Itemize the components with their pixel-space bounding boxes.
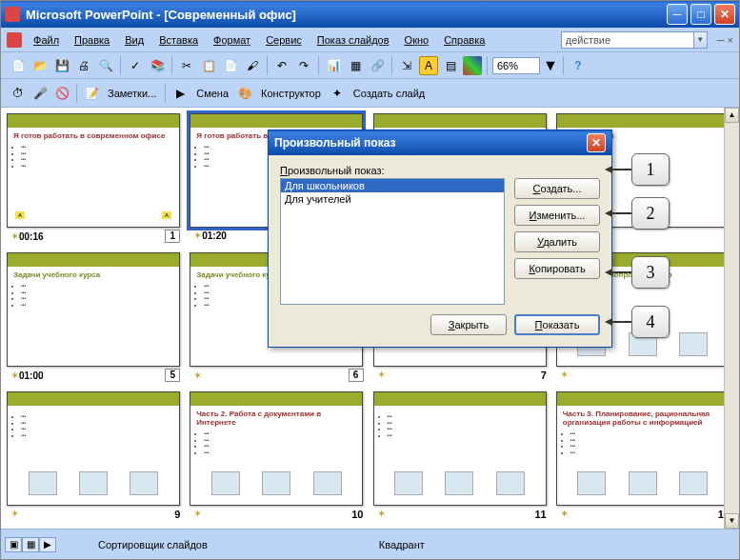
paste-icon[interactable]: 📄 <box>221 56 240 75</box>
save-icon[interactable]: 💾 <box>52 56 71 75</box>
slide-5[interactable]: Задачи учебного курса••••••••••••✶01:005 <box>7 252 184 384</box>
statusbar: ▣ ▦ ▶ Сортировщик слайдов Квадрант <box>1 529 739 559</box>
expand-icon[interactable]: ⇲ <box>397 56 416 75</box>
help-dropdown-icon[interactable]: ▼ <box>694 31 708 49</box>
design-button[interactable]: Конструктор <box>257 88 325 99</box>
callout-4: 4 <box>605 306 670 338</box>
dialog-close-button[interactable]: ✕ <box>587 133 606 152</box>
slideshow-view-button[interactable]: ▶ <box>39 537 56 552</box>
slide-11[interactable]: ••••••••••••✶11 <box>373 391 550 522</box>
new-slide-icon[interactable]: ✦ <box>328 84 347 103</box>
dialog-title: Произвольный показ <box>274 136 395 150</box>
show-button[interactable]: Показать <box>514 314 600 335</box>
slide-10[interactable]: Часть 2. Работа с документами в Интернет… <box>190 391 367 522</box>
hide-slide-icon[interactable]: 🚫 <box>52 84 71 103</box>
status-mode: Сортировщик слайдов <box>60 539 246 550</box>
dialog-list-label: ППроизвольный показ:роизвольный показ: <box>280 165 600 176</box>
new-slide-button[interactable]: Создать слайд <box>350 88 429 99</box>
menu-format[interactable]: Формат <box>206 31 258 49</box>
dialog-titlebar[interactable]: Произвольный показ ✕ <box>269 130 611 155</box>
help-search-input[interactable] <box>561 31 694 49</box>
normal-view-button[interactable]: ▣ <box>5 537 22 552</box>
toolbar-slides: ⏱ 🎤 🚫 📝 Заметки... ▶ Смена 🎨 Конструктор… <box>1 79 739 108</box>
color-icon[interactable] <box>463 56 482 75</box>
custom-shows-listbox[interactable]: Для школьниковДля учителей <box>280 178 505 305</box>
transition-indicator-icon: ✶ <box>377 369 386 381</box>
toolbar-main: 📄 📂 💾 🖨 🔍 ✓ 📚 ✂ 📋 📄 🖌 ↶ ↷ 📊 ▦ 🔗 ⇲ A ▤ ▼ … <box>1 52 739 79</box>
app-icon <box>5 7 20 22</box>
menu-view[interactable]: Вид <box>117 31 151 49</box>
transition-indicator-icon: ✶ <box>377 508 386 520</box>
slide-1[interactable]: Я готов работать в современном офисе••••… <box>7 113 184 245</box>
slide-12[interactable]: Часть 3. Планирование, рациональная орга… <box>556 391 733 522</box>
vertical-scrollbar[interactable]: ▲ ▼ <box>724 108 739 529</box>
chart-icon[interactable]: 📊 <box>324 56 343 75</box>
callout-3: 3 <box>605 256 670 289</box>
menu-tools[interactable]: Сервис <box>258 31 310 49</box>
rehearse-icon[interactable]: ⏱ <box>9 84 28 103</box>
scroll-down-icon[interactable]: ▼ <box>725 513 739 529</box>
menu-file[interactable]: Файл <box>26 31 67 49</box>
status-layout: Квадрант <box>341 539 463 550</box>
open-icon[interactable]: 📂 <box>30 56 50 75</box>
redo-icon[interactable]: ↷ <box>294 56 313 75</box>
design-icon[interactable]: 🎨 <box>235 84 254 103</box>
maximize-button[interactable]: □ <box>690 4 711 25</box>
transition-indicator-icon: ✶ <box>193 230 202 242</box>
grid-icon[interactable]: ▤ <box>441 56 460 75</box>
callout-1: 1 <box>605 153 670 186</box>
transition-button[interactable]: Смена <box>192 88 232 99</box>
notes-button[interactable]: Заметки... <box>104 88 160 99</box>
research-icon[interactable]: 📚 <box>148 56 167 75</box>
notes-icon[interactable]: 📝 <box>82 84 101 103</box>
transition-indicator-icon: ✶ <box>193 508 202 520</box>
menu-help[interactable]: Справка <box>436 31 492 49</box>
window-menu-sep: ─ × <box>717 34 733 46</box>
narration-icon[interactable]: 🎤 <box>30 84 50 103</box>
highlight-icon[interactable]: A <box>419 56 438 75</box>
help-icon[interactable]: ? <box>569 56 588 75</box>
format-painter-icon[interactable]: 🖌 <box>243 56 262 75</box>
transition-icon[interactable]: ▶ <box>170 84 190 103</box>
copy-icon[interactable]: 📋 <box>199 56 218 75</box>
menubar: Файл Правка Вид Вставка Формат Сервис По… <box>1 28 739 52</box>
cut-icon[interactable]: ✂ <box>177 56 196 75</box>
callout-2: 2 <box>605 197 670 230</box>
transition-indicator-icon: ✶ <box>10 370 19 382</box>
transition-indicator-icon: ✶ <box>560 369 569 381</box>
create-button[interactable]: Создать... <box>514 178 600 199</box>
delete-button[interactable]: Удалить <box>514 231 600 252</box>
preview-icon[interactable]: 🔍 <box>96 56 115 75</box>
window-title: Microsoft PowerPoint - [Современный офис… <box>26 8 664 22</box>
menu-edit[interactable]: Правка <box>67 31 117 49</box>
copy-button[interactable]: Копировать <box>514 258 600 279</box>
list-item[interactable]: Для школьников <box>281 179 504 192</box>
menu-window[interactable]: Окно <box>397 31 437 49</box>
close-dialog-button[interactable]: Закрыть <box>430 314 507 335</box>
hyperlink-icon[interactable]: 🔗 <box>368 56 387 75</box>
menu-slideshow[interactable]: Показ слайдов <box>310 31 397 49</box>
custom-show-dialog: Произвольный показ ✕ ППроизвольный показ… <box>268 130 612 348</box>
minimize-button[interactable]: ─ <box>667 4 688 25</box>
new-icon[interactable]: 📄 <box>9 56 28 75</box>
menu-insert[interactable]: Вставка <box>151 31 206 49</box>
transition-indicator-icon: ✶ <box>10 230 19 243</box>
scroll-up-icon[interactable]: ▲ <box>725 108 739 123</box>
table-icon[interactable]: ▦ <box>346 56 365 75</box>
transition-indicator-icon: ✶ <box>193 370 202 382</box>
transition-indicator-icon: ✶ <box>10 508 19 520</box>
list-item[interactable]: Для учителей <box>281 192 504 206</box>
spell-icon[interactable]: ✓ <box>126 56 145 75</box>
print-icon[interactable]: 🖨 <box>74 56 93 75</box>
titlebar: Microsoft PowerPoint - [Современный офис… <box>1 1 739 28</box>
undo-icon[interactable]: ↶ <box>272 56 291 75</box>
slide-9[interactable]: ••••••••••••✶9 <box>7 391 184 522</box>
zoom-input[interactable] <box>492 57 540 74</box>
zoom-dropdown-icon[interactable]: ▼ <box>543 57 558 74</box>
close-button[interactable]: ✕ <box>714 4 735 25</box>
edit-button[interactable]: Изменить... <box>514 205 600 226</box>
sorter-view-button[interactable]: ▦ <box>22 537 39 552</box>
transition-indicator-icon: ✶ <box>560 508 569 520</box>
doc-icon <box>7 32 22 48</box>
